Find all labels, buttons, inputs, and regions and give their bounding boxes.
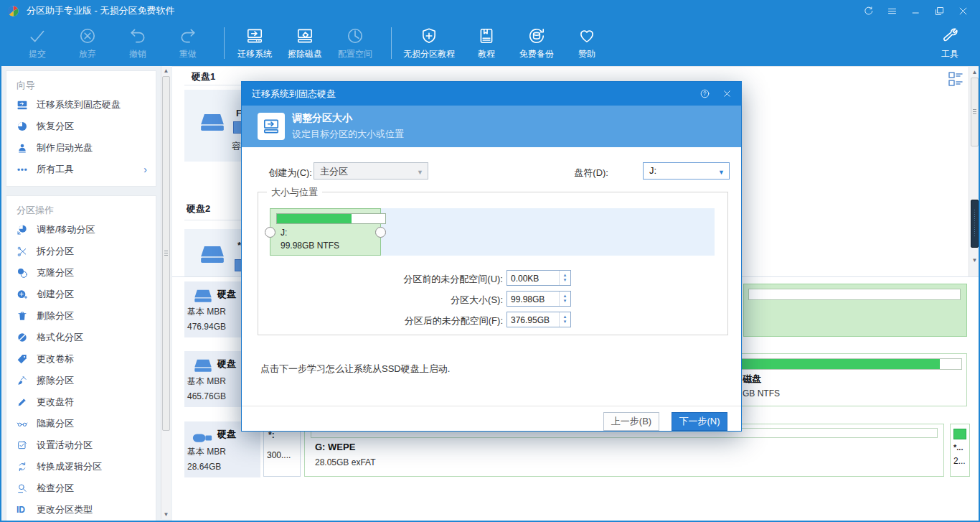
spinner-buttons[interactable]: ▲▼ bbox=[559, 292, 570, 306]
drive-letter-dropdown[interactable]: J: ▼ bbox=[643, 162, 730, 180]
partition-block[interactable]: *: 300.... bbox=[263, 424, 301, 477]
sidebar-item-resize[interactable]: 调整/移动分区 bbox=[17, 219, 150, 241]
resize-partition-icon bbox=[258, 113, 285, 140]
disk2-header: 硬盘2 bbox=[187, 202, 210, 215]
toolbar-button-allocate-space: 配置空间 bbox=[336, 22, 374, 60]
space-after-input[interactable]: 376.95GB ▲▼ bbox=[507, 312, 571, 327]
view-mode-icon[interactable] bbox=[947, 70, 964, 87]
disk-name: 硬盘 bbox=[217, 428, 236, 441]
close-icon[interactable] bbox=[722, 88, 732, 99]
preview-partition-block[interactable] bbox=[743, 284, 967, 337]
minimize-icon[interactable] bbox=[910, 6, 921, 17]
migrate-icon bbox=[17, 99, 28, 111]
maximize-icon[interactable] bbox=[934, 6, 945, 17]
toolbar-button-tools[interactable]: 工具 bbox=[931, 22, 969, 60]
partition-size-value: 99.98GB bbox=[511, 294, 545, 304]
sidebar-item-label: 隐藏分区 bbox=[37, 417, 74, 430]
migrate-os-dialog: 迁移系统到固态硬盘 调整分区大小 设定目标分区的大小或位置 创建为(C): 主分… bbox=[241, 81, 742, 432]
sidebar-item-create[interactable]: 创建分区 bbox=[17, 284, 150, 305]
sidebar-item-wipe-partition[interactable]: 擦除分区 bbox=[17, 370, 150, 391]
id-icon: ID bbox=[17, 505, 28, 515]
shield-plus-icon bbox=[420, 27, 438, 45]
spinner-buttons[interactable]: ▲▼ bbox=[559, 312, 570, 327]
sidebar-item-clone[interactable]: 克隆分区 bbox=[17, 262, 150, 284]
sidebar-item-label: 克隆分区 bbox=[37, 266, 74, 279]
main-toolbar: 提交放弃撤销重做迁移系统擦除磁盘配置空间无损分区教程教程免费备份赞助工具 bbox=[1, 22, 979, 66]
partition-size-input[interactable]: 99.98GB ▲▼ bbox=[507, 291, 571, 307]
help-icon[interactable] bbox=[699, 88, 710, 99]
sidebar-item-all-tools[interactable]: 所有工具› bbox=[17, 159, 150, 180]
resize-icon bbox=[17, 224, 28, 236]
disk-type: 基本 MBR bbox=[187, 446, 226, 458]
disk-size: 465.76GB bbox=[187, 391, 226, 401]
create-as-label: 创建为(C): bbox=[252, 167, 312, 180]
sidebar-item-label: 设置活动分区 bbox=[37, 439, 93, 452]
sidebar-section: 分区操作调整/移动分区拆分分区克隆分区创建分区删除分区格式化分区更改卷标擦除分区… bbox=[6, 195, 156, 521]
sidebar-item-delete[interactable]: 删除分区 bbox=[17, 305, 150, 327]
toolbar-button-heart[interactable]: 赞助 bbox=[568, 22, 606, 60]
partition-block[interactable]: G: WEPE 28.05GB exFAT bbox=[304, 424, 944, 477]
sidebar-item-migrate[interactable]: 迁移系统到固态硬盘 bbox=[17, 94, 150, 116]
toolbar-button-shield-plus[interactable]: 无损分区教程 bbox=[403, 22, 455, 60]
sidebar-item-split[interactable]: 拆分分区 bbox=[17, 241, 150, 262]
sidebar-item-recover[interactable]: 恢复分区 bbox=[17, 116, 150, 137]
sidebar-item-id[interactable]: ID更改分区类型 bbox=[17, 499, 150, 521]
spin-down-icon: ▼ bbox=[563, 278, 567, 283]
commit-check-icon bbox=[28, 27, 47, 45]
overview-scrollbar[interactable]: ▲ ▼ bbox=[969, 67, 979, 277]
inner-scroll-thumb[interactable] bbox=[971, 200, 979, 248]
partition-letter: *... bbox=[953, 443, 963, 452]
wrench-icon bbox=[941, 27, 959, 45]
toolbar-button-label: 擦除磁盘 bbox=[288, 48, 322, 60]
toolbar-button-migrate-disk[interactable]: 迁移系统 bbox=[236, 22, 273, 60]
heart-icon bbox=[578, 27, 596, 45]
sidebar-item-boot-disc[interactable]: 制作启动光盘 bbox=[17, 137, 150, 159]
refresh-icon[interactable] bbox=[863, 6, 874, 17]
space-before-input[interactable]: 0.00KB ▲▼ bbox=[507, 270, 571, 286]
target-partition-block[interactable]: J: 99.98GB NTFS bbox=[270, 208, 381, 256]
partition-block[interactable]: *... 2... bbox=[950, 424, 970, 477]
drive-letter-icon bbox=[17, 396, 28, 408]
partition-size: GB NTFS bbox=[743, 388, 780, 399]
scroll-down-icon[interactable]: ▼ bbox=[161, 510, 171, 519]
sidebar-section: 向导迁移系统到固态硬盘恢复分区制作启动光盘所有工具› bbox=[6, 70, 156, 187]
resize-handle-left[interactable] bbox=[265, 227, 275, 238]
scroll-up-icon[interactable]: ▲ bbox=[161, 66, 171, 75]
resize-handle-right[interactable] bbox=[375, 227, 386, 238]
scroll-up-icon[interactable]: ▲ bbox=[969, 67, 979, 77]
partition-usage-bar bbox=[953, 429, 966, 439]
toolbar-button-label: 工具 bbox=[941, 48, 958, 60]
sidebar-scroll-thumb[interactable] bbox=[162, 76, 170, 431]
spinner-buttons[interactable]: ▲▼ bbox=[559, 271, 570, 285]
dialog-step-subtitle: 设定目标分区的大小或位置 bbox=[292, 128, 404, 141]
toolbar-button-book[interactable]: 教程 bbox=[468, 22, 505, 60]
sidebar-item-drive-letter[interactable]: 更改盘符 bbox=[17, 391, 150, 413]
space-after-value: 376.95GB bbox=[511, 315, 550, 325]
sidebar-item-hide[interactable]: 隐藏分区 bbox=[17, 413, 150, 434]
sidebar-item-format[interactable]: 格式化分区 bbox=[17, 327, 150, 348]
discard-icon bbox=[78, 27, 97, 45]
toolbar-button-wipe-disk[interactable]: 擦除磁盘 bbox=[286, 22, 324, 60]
next-button[interactable]: 下一步(N) bbox=[672, 412, 727, 431]
toolbar-button-backup[interactable]: 免费备份 bbox=[518, 22, 555, 60]
sidebar-item-label: 删除分区 bbox=[37, 309, 74, 322]
toolbar-button-label: 配置空间 bbox=[338, 48, 372, 60]
close-icon[interactable] bbox=[958, 6, 969, 17]
menu-icon[interactable] bbox=[887, 6, 897, 17]
toolbar-button-label: 撤销 bbox=[129, 48, 146, 60]
back-button[interactable]: 上一步(B) bbox=[603, 412, 659, 431]
app-window: 分区助手专业版 - 无损分区免费软件 提交放弃撤销重做迁移系统擦除磁盘配置空间无… bbox=[0, 0, 980, 522]
toolbar-button-discard: 放弃 bbox=[69, 22, 106, 60]
sidebar-item-label: 拆分分区 bbox=[37, 245, 74, 258]
sidebar-item-active-partition[interactable]: 设置活动分区 bbox=[17, 434, 150, 456]
hard-drive-icon bbox=[193, 355, 213, 371]
toolbar-button-label: 放弃 bbox=[79, 48, 96, 60]
scroll-down-icon[interactable]: ▼ bbox=[969, 256, 979, 265]
sidebar-item-convert[interactable]: 转换成逻辑分区 bbox=[17, 456, 150, 477]
sidebar-item-check-partition[interactable]: 检查分区 bbox=[17, 477, 150, 499]
sidebar-item-volume-label[interactable]: 更改卷标 bbox=[17, 348, 150, 370]
recover-icon bbox=[17, 121, 28, 132]
chevron-down-icon: ▼ bbox=[718, 169, 725, 176]
sidebar-scrollbar[interactable]: ▲ ▼ bbox=[161, 66, 171, 519]
overview-scroll-thumb[interactable] bbox=[971, 78, 979, 146]
